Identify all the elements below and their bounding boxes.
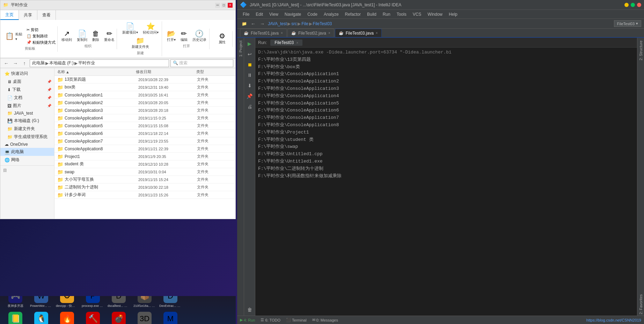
search-box[interactable]: 🔍 搜索 xyxy=(170,59,233,67)
tab-filetest01-close[interactable]: × xyxy=(281,31,283,35)
structure-panel-label[interactable]: 2: Structure xyxy=(638,39,644,62)
taskbar-app[interactable]: 🐧 腾讯QQ xyxy=(29,310,54,324)
pin-button[interactable]: 📌 xyxy=(245,92,254,101)
file-row[interactable]: 📁 ConsoleApplication5 2019/11/15 15:08 文… xyxy=(54,122,235,130)
menu-view[interactable]: View xyxy=(266,11,281,17)
address-path[interactable]: 此电脑 ▶ 本地磁盘 (F:) ▶ 平时作业 xyxy=(30,59,169,67)
menu-vcs[interactable]: VCS xyxy=(410,11,424,17)
menu-help[interactable]: Help xyxy=(446,11,460,17)
status-todo[interactable]: ☰ 6: TODO xyxy=(261,318,280,322)
tab-filetest02-close[interactable]: × xyxy=(328,31,330,35)
paste-button[interactable]: 📋 粘贴 ▾ xyxy=(3,27,24,45)
col-name-header[interactable]: 名称 ▲ xyxy=(54,69,133,74)
breadcrumb-src[interactable]: src xyxy=(291,21,297,26)
status-terminal[interactable]: ⬛ Terminal xyxy=(286,318,307,322)
minimize-button[interactable]: ─ xyxy=(215,3,220,8)
run-config-dropdown[interactable]: FileTest03 ▾ xyxy=(614,20,641,27)
open-button[interactable]: 📂 打开▾ xyxy=(165,29,178,43)
file-row[interactable]: 📁 计多少单词 2019/11/23 15:26 文件夹 xyxy=(54,191,235,199)
taskbar-app[interactable]: 🔥 飞火动态壁纸 [LCG].ex... xyxy=(54,310,80,324)
sidebar-item-pictures[interactable]: 🖼 图片 📌 xyxy=(0,102,54,110)
run-tab-close[interactable]: × xyxy=(296,41,298,45)
taskbar-app[interactable]: M MFC.exe 快捷方式 xyxy=(158,310,183,324)
tab-filetest02[interactable]: ☕ FileTest02.java × xyxy=(287,29,334,37)
ide-maximize-button[interactable] xyxy=(631,3,635,7)
sidebar-item-documents[interactable]: 📄 文档 📌 xyxy=(0,94,54,102)
sidebar-item-downloads[interactable]: ⬇ 下载 📌 xyxy=(0,86,54,94)
close-button[interactable]: × xyxy=(228,3,233,8)
sidebar-item-quickaccess[interactable]: ⭐ 快速访问 xyxy=(0,70,54,78)
menu-window[interactable]: Window xyxy=(425,11,445,17)
cut-button[interactable]: ✂ 剪切 xyxy=(25,27,57,33)
properties-button[interactable]: ⚙ 属性 xyxy=(217,32,228,45)
file-row[interactable]: 📁 student 类 2019/12/10 10:28 文件夹 xyxy=(54,160,235,168)
taskbar-app[interactable]: 🎮 夜神多开器 xyxy=(3,296,28,310)
menu-navigate[interactable]: Navigate xyxy=(282,11,304,17)
tab-filetest03-close[interactable]: × xyxy=(376,31,378,35)
menu-code[interactable]: Code xyxy=(305,11,320,17)
taskbar-app[interactable]: D DexExtrac... 快捷方式 xyxy=(158,296,183,310)
file-row[interactable]: 📁 ConsoleApplication6 2019/11/18 22:14 文… xyxy=(54,130,235,137)
breadcrumb-filetest03[interactable]: FileTest03 xyxy=(313,21,332,26)
nav-forward-button[interactable]: → xyxy=(258,20,266,28)
file-row[interactable]: 📁 ConsoleApplication3 2019/10/28 20:18 文… xyxy=(54,107,235,114)
history-button[interactable]: 🕐 历史记录 xyxy=(190,29,208,43)
move-button[interactable]: ↗ 移动到 xyxy=(59,29,74,43)
taskbar-app[interactable]: W PowerWor... 快捷方式 xyxy=(29,296,54,310)
menu-analyze[interactable]: Analyze xyxy=(321,11,342,17)
file-row[interactable]: 📁 13页第四题 2019/10/28 22:39 文件夹 xyxy=(54,76,235,84)
breadcrumb-file[interactable]: File xyxy=(301,21,308,26)
run-button[interactable]: ▶ xyxy=(245,39,254,48)
taskbar-app[interactable]: ⚙ devcpp - 快捷方式 xyxy=(54,296,80,310)
sidebar-item-onedrive[interactable]: ☁ OneDrive xyxy=(0,141,54,148)
status-messages[interactable]: ✉ 0: Messages xyxy=(312,318,338,322)
file-row[interactable]: 📁 ConsoleApplication4 2019/11/15 0:25 文件… xyxy=(54,114,235,122)
file-row[interactable]: 📁 二进制转为十进制 2019/10/30 22:18 文件夹 xyxy=(54,183,235,191)
copy-path-button[interactable]: 📋 复制路径 xyxy=(25,33,57,39)
status-run[interactable]: ▶ 4: Run xyxy=(240,318,255,322)
ribbon-tab-home[interactable]: 主页 xyxy=(0,10,19,20)
tab-filetest03[interactable]: ☕ FileTest03.java × xyxy=(335,29,382,37)
taskbar-app[interactable]: 📒 有道云笔记 xyxy=(3,310,28,324)
sidebar-item-thispc[interactable]: 💻 此电脑 xyxy=(0,148,54,156)
step-over-button[interactable]: ⬇ xyxy=(245,81,254,90)
favorites-panel-label[interactable]: 2: Favorites xyxy=(638,293,644,316)
ribbon-tab-view[interactable]: 查看 xyxy=(37,10,56,20)
edit-button[interactable]: ✏ 编辑 xyxy=(178,29,190,43)
sidebar-item-newfolder[interactable]: 📁 新建文件夹 xyxy=(0,125,54,133)
menu-refactor[interactable]: Refactor xyxy=(342,11,364,17)
maximize-button[interactable]: □ xyxy=(221,3,226,8)
col-date-header[interactable]: 修改日期 xyxy=(133,69,193,74)
taskbar-app[interactable]: D dscalltest... 快捷方式 xyxy=(106,296,131,310)
file-row[interactable]: 📁 box类 2019/12/31 19:40 文件夹 xyxy=(54,84,235,91)
tab-filetest01[interactable]: ☕ FileTest01.java × xyxy=(240,29,287,37)
taskbar-app[interactable]: 📦 210f1e18a... 快捷方式 xyxy=(132,296,157,310)
sidebar-item-drive-g[interactable]: 💾 本地磁盘 (G:) xyxy=(0,117,54,125)
project-panel-label[interactable]: 1: Project xyxy=(238,39,243,58)
menu-file[interactable]: File xyxy=(240,11,252,17)
taskbar-app[interactable]: 🔨 吾爱破解 [LCG].ex... xyxy=(80,310,105,324)
status-url[interactable]: https://blog.csdn.net/CSNN2019 xyxy=(586,318,641,322)
taskbar-app[interactable]: 3D 3d83356c... 快捷方式 xyxy=(132,310,157,324)
ribbon-tab-share[interactable]: 共享 xyxy=(19,10,37,20)
forward-button[interactable]: → xyxy=(12,59,19,67)
easy-access-button[interactable]: ⭐ 轻松访问▾ xyxy=(141,22,161,36)
file-row[interactable]: 📁 Project1 2019/11/9 20:35 文件夹 xyxy=(54,153,235,160)
new-folder-button[interactable]: 📁 新建文件夹 xyxy=(130,36,151,50)
rename-button[interactable]: ✏ 重命名 xyxy=(102,29,117,43)
menu-run[interactable]: Run xyxy=(380,11,393,17)
pause-button[interactable]: ⏸ xyxy=(245,71,254,80)
file-row[interactable]: 📁 ConsoleApplication7 2019/11/19 23:55 文… xyxy=(54,137,235,145)
ide-close-button[interactable] xyxy=(637,3,641,7)
stop-button[interactable]: ⏹ xyxy=(245,60,254,69)
paste-shortcut-button[interactable]: 📌 粘贴快捷方式 xyxy=(25,39,57,45)
file-row[interactable]: 📁 ConsoleApplication1 2019/10/25 16:41 文… xyxy=(54,91,235,99)
ide-minimize-button[interactable] xyxy=(624,3,629,7)
menu-tools[interactable]: Tools xyxy=(394,11,409,17)
back-button[interactable]: ← xyxy=(2,59,10,67)
sidebar-item-desktop[interactable]: 🖥 桌面 📌 xyxy=(0,78,54,86)
print-button[interactable]: 🖨 xyxy=(245,102,254,111)
file-row[interactable]: 📁 swap 2019/10/31 0:04 文件夹 xyxy=(54,168,235,176)
taskbar-app[interactable]: 💣 winmine.exe 快捷方式 xyxy=(106,310,131,324)
file-row[interactable]: 📁 大小写字母互换 2019/11/15 15:24 文件夹 xyxy=(54,176,235,183)
